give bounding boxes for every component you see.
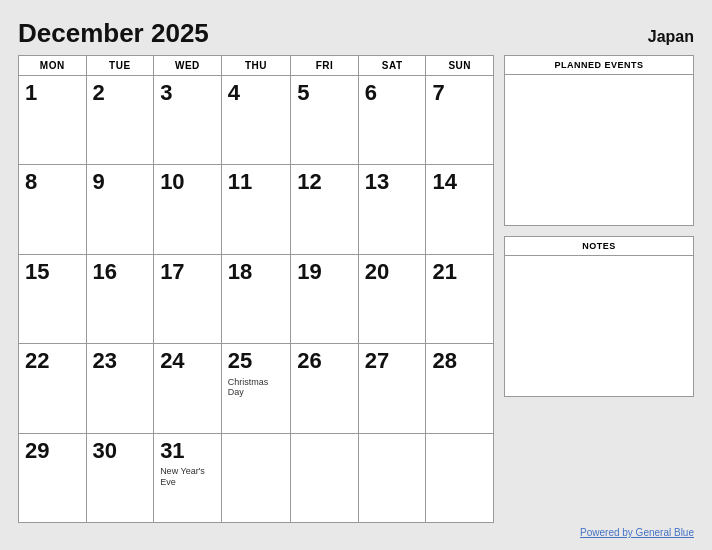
calendar-header: MONTUEWEDTHUFRISATSUN <box>19 56 494 76</box>
day-number: 24 <box>160 348 215 374</box>
day-number: 17 <box>160 259 215 285</box>
day-event-label: New Year's Eve <box>160 466 215 488</box>
day-number: 11 <box>228 169 285 195</box>
country-label: Japan <box>648 28 694 46</box>
day-of-week-header: FRI <box>291 56 359 76</box>
day-number: 1 <box>25 80 80 106</box>
days-of-week-row: MONTUEWEDTHUFRISATSUN <box>19 56 494 76</box>
day-number: 2 <box>93 80 148 106</box>
day-number: 28 <box>432 348 487 374</box>
day-number: 3 <box>160 80 215 106</box>
day-of-week-header: TUE <box>86 56 154 76</box>
day-number: 22 <box>25 348 80 374</box>
day-number: 5 <box>297 80 352 106</box>
calendar-day-cell: 29 <box>19 433 87 522</box>
day-of-week-header: MON <box>19 56 87 76</box>
day-number: 31 <box>160 438 215 464</box>
calendar-day-cell: 17 <box>154 254 222 343</box>
calendar-day-cell: 25Christmas Day <box>221 344 291 433</box>
page-title: December 2025 <box>18 18 209 49</box>
day-number: 30 <box>93 438 148 464</box>
planned-events-title: PLANNED EVENTS <box>505 56 693 75</box>
calendar-day-cell: 8 <box>19 165 87 254</box>
day-number: 9 <box>93 169 148 195</box>
day-number: 27 <box>365 348 420 374</box>
calendar-day-cell: 26 <box>291 344 359 433</box>
calendar-day-cell: 1 <box>19 76 87 165</box>
day-number: 6 <box>365 80 420 106</box>
planned-events-box: PLANNED EVENTS <box>504 55 694 226</box>
day-number: 10 <box>160 169 215 195</box>
day-number: 8 <box>25 169 80 195</box>
planned-events-content <box>505 75 693 225</box>
day-event-label: Christmas Day <box>228 377 285 399</box>
calendar-week-row: 293031New Year's Eve <box>19 433 494 522</box>
day-number: 19 <box>297 259 352 285</box>
day-number: 12 <box>297 169 352 195</box>
calendar-day-cell: 4 <box>221 76 291 165</box>
day-number: 14 <box>432 169 487 195</box>
calendar-day-cell: 6 <box>358 76 426 165</box>
day-number: 7 <box>432 80 487 106</box>
calendar-day-cell: 5 <box>291 76 359 165</box>
calendar-day-cell: 13 <box>358 165 426 254</box>
calendar-day-cell: 3 <box>154 76 222 165</box>
calendar-day-cell: 14 <box>426 165 494 254</box>
notes-title: NOTES <box>505 237 693 256</box>
day-number: 20 <box>365 259 420 285</box>
calendar-week-row: 15161718192021 <box>19 254 494 343</box>
calendar-week-row: 22232425Christmas Day262728 <box>19 344 494 433</box>
calendar-day-cell <box>426 433 494 522</box>
calendar-week-row: 1234567 <box>19 76 494 165</box>
calendar-day-cell: 10 <box>154 165 222 254</box>
notes-box: NOTES <box>504 236 694 397</box>
calendar-day-cell: 18 <box>221 254 291 343</box>
calendar-table: MONTUEWEDTHUFRISATSUN 123456789101112131… <box>18 55 494 523</box>
sidebar: PLANNED EVENTS NOTES <box>504 55 694 523</box>
calendar-body: 1234567891011121314151617181920212223242… <box>19 76 494 523</box>
calendar-day-cell: 23 <box>86 344 154 433</box>
day-of-week-header: WED <box>154 56 222 76</box>
footer: Powered by General Blue <box>18 527 694 538</box>
day-number: 18 <box>228 259 285 285</box>
day-number: 29 <box>25 438 80 464</box>
powered-by-link[interactable]: Powered by General Blue <box>580 527 694 538</box>
calendar-section: MONTUEWEDTHUFRISATSUN 123456789101112131… <box>18 55 494 523</box>
calendar-day-cell: 16 <box>86 254 154 343</box>
main-content: MONTUEWEDTHUFRISATSUN 123456789101112131… <box>18 55 694 523</box>
calendar-day-cell <box>291 433 359 522</box>
calendar-day-cell: 2 <box>86 76 154 165</box>
calendar-week-row: 891011121314 <box>19 165 494 254</box>
day-number: 25 <box>228 348 285 374</box>
day-number: 15 <box>25 259 80 285</box>
day-number: 26 <box>297 348 352 374</box>
calendar-day-cell: 20 <box>358 254 426 343</box>
calendar-day-cell: 19 <box>291 254 359 343</box>
day-of-week-header: SAT <box>358 56 426 76</box>
calendar-day-cell: 21 <box>426 254 494 343</box>
calendar-day-cell: 24 <box>154 344 222 433</box>
notes-content <box>505 256 693 396</box>
calendar-day-cell: 28 <box>426 344 494 433</box>
page: December 2025 Japan MONTUEWEDTHUFRISATSU… <box>0 0 712 550</box>
calendar-day-cell: 27 <box>358 344 426 433</box>
calendar-day-cell: 12 <box>291 165 359 254</box>
calendar-day-cell: 11 <box>221 165 291 254</box>
day-number: 23 <box>93 348 148 374</box>
calendar-day-cell: 22 <box>19 344 87 433</box>
calendar-day-cell: 30 <box>86 433 154 522</box>
calendar-day-cell: 7 <box>426 76 494 165</box>
day-number: 13 <box>365 169 420 195</box>
day-number: 4 <box>228 80 285 106</box>
calendar-day-cell <box>358 433 426 522</box>
day-of-week-header: THU <box>221 56 291 76</box>
calendar-day-cell: 31New Year's Eve <box>154 433 222 522</box>
calendar-day-cell: 15 <box>19 254 87 343</box>
calendar-day-cell <box>221 433 291 522</box>
day-of-week-header: SUN <box>426 56 494 76</box>
day-number: 16 <box>93 259 148 285</box>
calendar-day-cell: 9 <box>86 165 154 254</box>
header: December 2025 Japan <box>18 18 694 49</box>
day-number: 21 <box>432 259 487 285</box>
